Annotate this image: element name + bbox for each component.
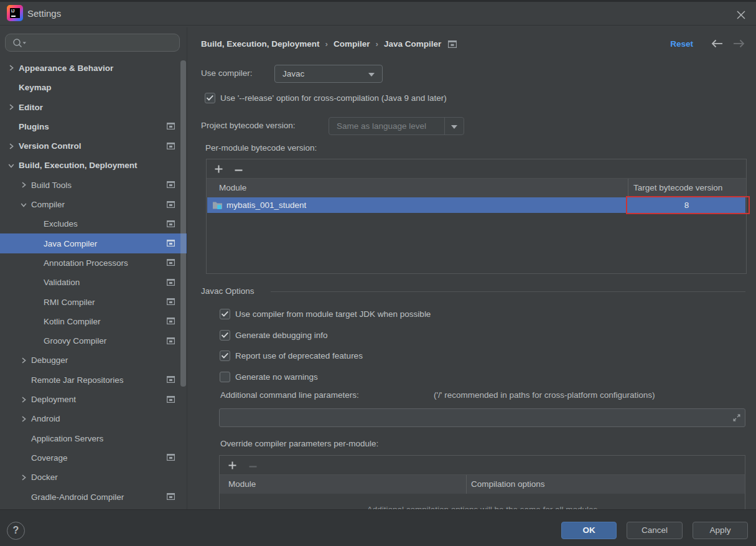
javac-option-label: Generate debugging info [235,331,328,340]
checkbox-checked-icon[interactable] [220,351,230,361]
override-table-panel: Module Compilation options Additional co… [219,455,745,510]
sidebar-item-rmi-compiler[interactable]: RMI Compiler [0,292,187,312]
javac-option-checkbox-use-compiler-from-module-target-jdk-when-possible[interactable]: Use compiler from module target JDK when… [220,309,431,319]
javac-option-checkbox-generate-debugging-info[interactable]: Generate debugging info [220,330,328,341]
checkbox-checked-icon[interactable] [220,309,230,319]
window-icon [448,40,457,48]
release-option-label: Use '--release' option for cross-compila… [220,93,447,103]
chevron-right-icon[interactable] [21,397,27,403]
help-button[interactable]: ? [7,522,25,540]
forward-arrow-icon[interactable] [732,39,746,48]
remove-icon[interactable] [235,166,243,174]
javac-option-label: Report use of deprecated features [235,351,363,360]
sidebar-item-android[interactable]: Android [0,409,187,429]
window-icon [167,279,175,286]
sidebar-item-version-control[interactable]: Version Control [0,136,187,156]
javac-options-title: Javac Options [201,283,254,300]
checkbox-unchecked-icon[interactable] [220,372,230,382]
sidebar-item-docker[interactable]: Docker [0,468,187,487]
cancel-button[interactable]: Cancel [627,522,683,539]
sidebar-item-label: Java Compiler [44,239,97,248]
sidebar-item-label: Docker [31,473,58,482]
sidebar-item-kotlin-compiler[interactable]: Kotlin Compiler [0,311,187,331]
column-header-compilation-options[interactable]: Compilation options [471,475,545,494]
chevron-right-icon[interactable] [21,357,27,364]
breadcrumb-separator: › [376,39,379,49]
sidebar-item-validation[interactable]: Validation [0,273,187,293]
breadcrumb-build-execution-deployment[interactable]: Build, Execution, Deployment [201,39,320,49]
javac-option-label: Use compiler from module target JDK when… [235,309,431,319]
column-header-module[interactable]: Module [219,179,246,197]
window-icon [167,493,175,500]
per-module-label: Per-module bytecode version: [205,139,317,157]
title-bar: IJ Settings [0,0,756,26]
use-compiler-label: Use compiler: [201,65,253,82]
column-header-target[interactable]: Target bytecode version [633,179,722,197]
sidebar-item-application-servers[interactable]: Application Servers [0,428,187,448]
use-compiler-select[interactable]: Javac [274,65,383,83]
sidebar-item-groovy-compiler[interactable]: Groovy Compiler [0,331,187,351]
sidebar-item-java-compiler[interactable]: Java Compiler [0,233,187,253]
module-table-toolbar [207,159,746,179]
sidebar-item-coverage[interactable]: Coverage [0,448,187,468]
add-icon[interactable] [215,165,223,173]
expand-icon[interactable] [732,413,741,422]
checkbox-checked-icon[interactable] [220,330,230,341]
javac-option-checkbox-report-use-of-deprecated-features[interactable]: Report use of deprecated features [220,351,363,361]
section-separator [271,291,745,292]
sidebar-item-gradle-android-compiler[interactable]: Gradle-Android Compiler [0,487,187,507]
sidebar-item-remote-jar-repositories[interactable]: Remote Jar Repositories [0,370,187,390]
chevron-right-icon[interactable] [8,104,14,110]
checkbox-checked-icon[interactable] [205,93,215,103]
sidebar-item-annotation-processors[interactable]: Annotation Processors [0,253,187,273]
breadcrumb-java-compiler: Java Compiler [384,39,441,49]
intellij-logo-icon: IJ [7,5,23,21]
use-compiler-value: Javac [282,65,304,82]
window-icon [167,143,175,149]
sidebar-item-label: RMI Compiler [44,298,95,307]
red-highlight-box [626,196,750,214]
sidebar-item-build-execution-deployment[interactable]: Build, Execution, Deployment [0,156,187,176]
column-header-module[interactable]: Module [228,475,256,494]
sidebar-item-label: Android [31,414,60,423]
search-input[interactable] [5,34,180,52]
back-arrow-icon[interactable] [710,39,724,48]
apply-button[interactable]: Apply [693,522,748,539]
additional-params-input[interactable] [219,408,745,427]
sidebar-item-excludes[interactable]: Excludes [0,214,187,234]
chevron-right-icon[interactable] [21,416,27,422]
sidebar-item-editor[interactable]: Editor [0,97,187,117]
sidebar-item-deployment[interactable]: Deployment [0,390,187,410]
sidebar-item-debugger[interactable]: Debugger [0,351,187,370]
chevron-right-icon[interactable] [21,182,27,188]
window-icon [167,201,175,208]
chevron-right-icon[interactable] [8,65,14,71]
sidebar-item-plugins[interactable]: Plugins [0,116,187,136]
sidebar-item-keymap[interactable]: Keymap [0,78,187,98]
sidebar-item-label: Build, Execution, Deployment [19,161,138,170]
sidebar-item-compiler[interactable]: Compiler [0,195,187,215]
sidebar-item-appearance-behavior[interactable]: Appearance & Behavior [0,58,187,78]
window-icon [167,298,175,305]
sidebar-item-label: Keymap [19,83,52,92]
module-table-panel: Module Target bytecode version mybatis_0… [206,159,747,274]
chevron-down-icon[interactable] [8,162,14,169]
sidebar-item-build-tools[interactable]: Build Tools [0,175,187,195]
column-separator[interactable] [466,475,467,494]
chevron-down-icon[interactable] [21,202,27,208]
chevron-right-icon[interactable] [21,474,27,481]
sidebar-scrollbar[interactable] [180,60,186,387]
close-icon[interactable] [736,10,746,20]
reset-link[interactable]: Reset [670,39,693,49]
combo-arrow-box [444,118,464,134]
release-option-checkbox[interactable]: Use '--release' option for cross-compila… [205,93,447,103]
breadcrumb-compiler[interactable]: Compiler [334,39,370,49]
column-separator[interactable] [628,179,628,197]
add-icon[interactable] [228,461,236,469]
sidebar-item-label: Coverage [31,453,68,463]
additional-params-label: Additional command line parameters: [220,387,359,404]
javac-option-checkbox-generate-no-warnings[interactable]: Generate no warnings [220,372,318,382]
chevron-right-icon[interactable] [8,143,14,149]
window-icon [167,240,175,247]
ok-button[interactable]: OK [561,522,617,539]
